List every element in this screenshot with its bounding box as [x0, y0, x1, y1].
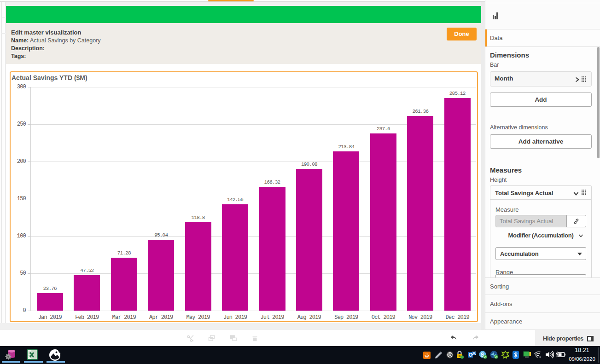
svg-text:O: O: [469, 352, 473, 358]
